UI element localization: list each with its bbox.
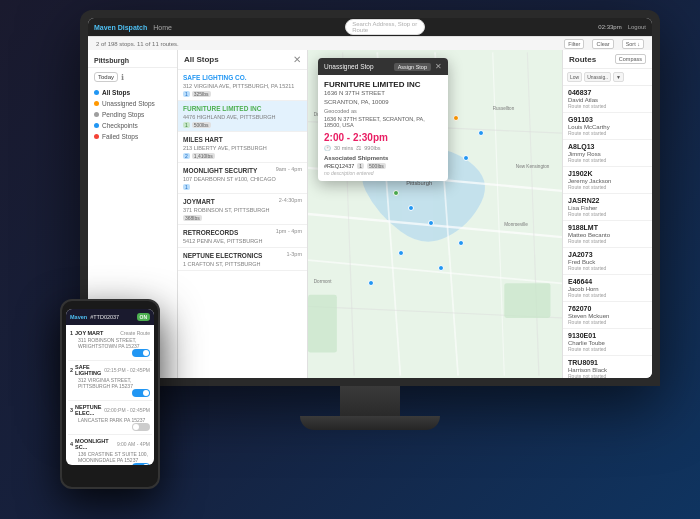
summary-bar: 2 of 198 stops. 11 of 11 routes. Filter … [88, 36, 652, 50]
phone-stop-item[interactable]: 1 JOY MART Create Route 311 ROBINSON STR… [68, 327, 152, 361]
list-item[interactable]: SAFE LIGHTING CO. 312 VIRGINIA AVE, PITT… [178, 70, 307, 101]
route-item[interactable]: 9130E01 Charlie Toube Route not started [563, 329, 652, 356]
phone-screen: Maven #TTD02037 ON 1 JOY MART Create Rou… [66, 309, 154, 465]
sidebar-item-unassigned[interactable]: Unassigned Stops [88, 98, 177, 109]
map-pin[interactable] [393, 190, 399, 196]
nav-time: 02:33pm [598, 24, 621, 30]
dot-icon [94, 112, 99, 117]
route-item[interactable]: JASRN22 Lisa Fisher Route not started [563, 194, 652, 221]
filter-dropdown[interactable]: ▼ [613, 72, 624, 82]
weight-icon: ⚖ [356, 145, 361, 151]
stop-toggle[interactable] [132, 463, 150, 465]
map-background: Pittsburgh Russellton Donceville New Ken… [308, 50, 562, 378]
stops-header: All Stops ✕ [178, 50, 307, 70]
map-pin[interactable] [458, 240, 464, 246]
phone-on-toggle[interactable]: ON [137, 313, 151, 321]
filter-unassigned[interactable]: Unassig.. [584, 72, 611, 82]
list-item[interactable]: RETRORECORDS1pm - 4pm 5412 PENN AVE, PIT… [178, 225, 307, 248]
route-item[interactable]: 046837 David Atlas Route not started [563, 86, 652, 113]
filter-low[interactable]: Low [567, 72, 582, 82]
logout-button[interactable]: Logout [628, 24, 646, 30]
list-item[interactable]: JOYMART2-4:30pm 371 ROBINSON ST, PITTSBU… [178, 194, 307, 225]
map-pin[interactable] [463, 155, 469, 161]
sidebar-item-pending[interactable]: Pending Stops [88, 109, 177, 120]
sidebar-date-row: Today ℹ [88, 70, 177, 84]
route-item[interactable]: 9188LMT Matteo Becanto Route not started [563, 221, 652, 248]
monitor-stand-base [300, 416, 440, 430]
popup-address2: SCRANTON, PA, 10009 [324, 99, 442, 105]
svg-line-9 [527, 52, 539, 375]
popup-shipment-row: #REQ12437 1 500lbs [324, 163, 442, 169]
list-item[interactable]: FURNITURE LIMITED INC 4476 HIGHLAND AVE,… [178, 101, 307, 132]
nav-home-link[interactable]: Home [153, 24, 172, 31]
popup-body: FURNITURE LIMITED INC 1636 N 37TH STREET… [318, 75, 448, 181]
phone-stop-item[interactable]: 2 SAFE LIGHTING 02:15:PM - 02:45PM 312 V… [68, 361, 152, 401]
stops-close-button[interactable]: ✕ [293, 54, 301, 65]
svg-text:New Kensington: New Kensington [516, 164, 550, 169]
stop-popup: Unassigned Stop Assign Stop ✕ FURNITURE … [318, 58, 448, 181]
svg-line-2 [308, 260, 562, 283]
phone-route-id: #TTD02037 [90, 314, 119, 320]
svg-text:Pittsburgh: Pittsburgh [406, 180, 432, 186]
route-item[interactable]: G91103 Louis McCarthy Route not started [563, 113, 652, 140]
route-item[interactable]: A8LQ13 Jimmy Ross Route not started [563, 140, 652, 167]
phone-stop-item[interactable]: 4 MOONLIGHT SC... 9:00 AM - 4PM 136 CRAS… [68, 435, 152, 465]
svg-line-5 [493, 52, 505, 375]
routes-title: Routes [569, 55, 615, 64]
sidebar-location: Pittsburgh [88, 54, 177, 68]
top-nav: Maven Dispatch Home Search Address, Stop… [88, 18, 652, 36]
popup-no-description: no description entered [324, 170, 442, 176]
route-item[interactable]: J1902K Jeremy Jackson Route not started [563, 167, 652, 194]
route-item[interactable]: 762070 Steven Mckuen Route not started [563, 302, 652, 329]
route-item[interactable]: JA2073 Fred Buck Route not started [563, 248, 652, 275]
map-pin[interactable] [408, 205, 414, 211]
svg-text:Dormont: Dormont [314, 279, 332, 284]
map-pin[interactable] [368, 280, 374, 286]
assign-stop-button[interactable]: Assign Stop [394, 63, 431, 71]
phone-app-name: Maven [70, 314, 87, 320]
map-pin[interactable] [438, 265, 444, 271]
dot-icon [94, 134, 99, 139]
stop-toggle[interactable] [132, 423, 150, 431]
list-item[interactable]: MILES HART 213 LIBERTY AVE, PITTSBURGH 2… [178, 132, 307, 163]
map-pin[interactable] [453, 115, 459, 121]
phone-stop-item[interactable]: 3 NEPTUNE ELEC... 02:00:PM - 02:45PM LAN… [68, 401, 152, 435]
popup-geocoded-address: 1636 N 37TH STREET, SCRANTON, PA, 18500,… [324, 116, 442, 128]
stop-toggle[interactable] [132, 389, 150, 397]
routes-header: Routes Compass [563, 50, 652, 69]
shipment-id: #REQ12437 [324, 163, 354, 169]
stops-list: SAFE LIGHTING CO. 312 VIRGINIA AVE, PITT… [178, 70, 307, 378]
stops-title: All Stops [184, 55, 289, 64]
monitor-screen: Maven Dispatch Home Search Address, Stop… [88, 18, 652, 378]
map-pin[interactable] [428, 220, 434, 226]
svg-text:Monroeville: Monroeville [504, 222, 528, 227]
scene: Maven Dispatch Home Search Address, Stop… [0, 0, 700, 519]
popup-duration-row: 🕐 30 mins ⚖ 990lbs [324, 145, 442, 151]
routes-filters: Low Unassig.. ▼ [563, 69, 652, 86]
popup-close-button[interactable]: ✕ [435, 62, 442, 71]
map-pin[interactable] [478, 130, 484, 136]
map-pin[interactable] [398, 250, 404, 256]
list-item[interactable]: NEPTUNE ELECTRONICS1-3pm 1 CRAFTON ST, P… [178, 248, 307, 271]
summary-text: 2 of 198 stops. 11 of 11 routes. [96, 41, 179, 47]
sidebar-item-checkpoints[interactable]: Checkpoints [88, 120, 177, 131]
dot-icon [94, 101, 99, 106]
sort-button[interactable]: Sort ↓ [622, 39, 644, 49]
sidebar-item-failed[interactable]: Failed Stops [88, 131, 177, 142]
filter-button[interactable]: Filter [564, 39, 584, 49]
stop-toggle[interactable] [132, 349, 150, 357]
route-item[interactable]: TRU8091 Harrison Black Route not started [563, 356, 652, 378]
shipment-weight: 500lbs [367, 163, 386, 169]
global-search[interactable]: Search Address, Stop or Route [345, 19, 425, 35]
compass-button[interactable]: Compass [615, 54, 646, 64]
route-item[interactable]: E46644 Jacob Horn Route not started [563, 275, 652, 302]
today-button[interactable]: Today [94, 72, 118, 82]
clear-button[interactable]: Clear [592, 39, 613, 49]
map-area[interactable]: Pittsburgh Russellton Donceville New Ken… [308, 50, 562, 378]
popup-shipments-title: Associated Shipments [324, 155, 442, 161]
popup-geocoded-label: Geocoded as [324, 108, 442, 114]
stops-panel: All Stops ✕ SAFE LIGHTING CO. 312 VIRGIN… [178, 50, 308, 378]
routes-list: 046837 David Atlas Route not started G91… [563, 86, 652, 378]
list-item[interactable]: MOONLIGHT SECURITY9am - 4pm 107 DEARBORN… [178, 163, 307, 194]
sidebar-item-all-stops[interactable]: All Stops [88, 87, 177, 98]
